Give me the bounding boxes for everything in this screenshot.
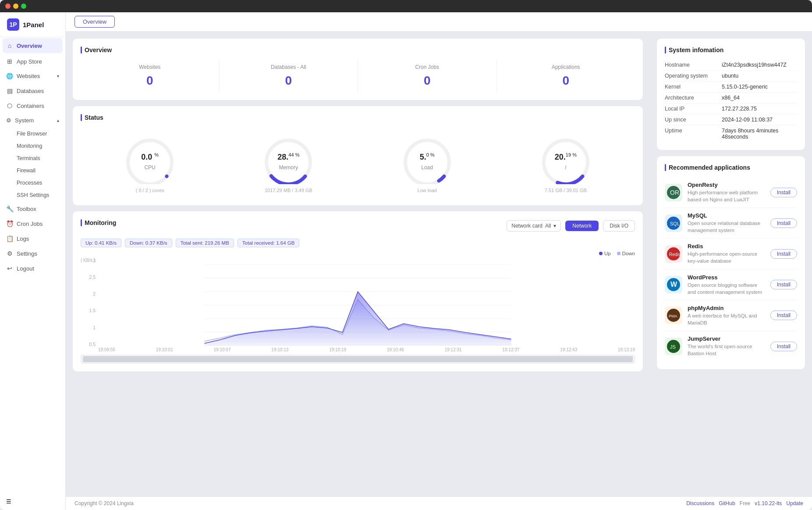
legend-down: Down (617, 251, 635, 256)
settings-icon: ⚙ (6, 250, 13, 257)
sidebar-item-firewall[interactable]: Firewall (12, 164, 65, 177)
sidebar-item-toolbox[interactable]: 🔧 Toolbox (0, 201, 65, 216)
sidebar-item-system[interactable]: ⚙ System ▴ (0, 113, 65, 128)
sidebar-label-filebrowser: File Browser (17, 131, 47, 137)
upsince-label: Up since (665, 117, 722, 123)
sidebar-item-monitoring[interactable]: Monitoring (12, 140, 65, 152)
svg-text:SQL: SQL (670, 221, 680, 226)
footer-link-free: Free (740, 500, 751, 506)
chart-container: ( KB/s ) 3 2.5 2 1.5 1 0.5 0 (81, 258, 635, 364)
sidebar-item-appstore[interactable]: ⊞ App Store (0, 54, 65, 69)
hamburger-menu[interactable]: ☰ (0, 493, 65, 510)
sidebar-item-containers[interactable]: ⬡ Containers (0, 98, 65, 113)
app-redis: Redis Redis High-performance open-source… (665, 239, 797, 269)
redis-icon: Redis (665, 245, 682, 263)
app-jumpserver: JS JumpServer The world's first open-sou… (665, 331, 797, 361)
upsince-value: 2024-12-09 11:08:37 (722, 117, 773, 123)
mysql-info: MySQL Open source relational database ma… (688, 212, 765, 234)
traffic-badges: Up: 0.41 KB/s Down: 0.37 KB/s Total sent… (81, 239, 635, 247)
jumpserver-name: JumpServer (688, 335, 765, 342)
x-label-9: 19:13:19 (618, 347, 635, 352)
logs-icon: 📋 (6, 235, 13, 242)
install-openresty-button[interactable]: Install (770, 188, 797, 197)
stat-databases-value: 0 (224, 74, 354, 88)
footer-link-update[interactable]: Update (786, 500, 803, 506)
sidebar-item-settings[interactable]: ⚙ Settings (0, 246, 65, 261)
chevron-down-icon: ▾ (57, 74, 59, 78)
scroll-handle[interactable] (83, 356, 633, 362)
cronjobs-icon: ⏰ (6, 220, 13, 227)
monitoring-controls: Network card All ▾ Network Disk I/O (507, 220, 635, 232)
mysql-name: MySQL (688, 212, 765, 219)
footer-link-github[interactable]: GitHub (719, 500, 735, 506)
info-upsince: Up since 2024-12-09 11:08:37 (665, 114, 797, 125)
close-button[interactable] (5, 4, 11, 9)
logout-icon: ↩ (6, 265, 13, 272)
jumpserver-icon: JS (665, 338, 682, 355)
sidebar-label-system: System (15, 117, 34, 124)
svg-text:Redis: Redis (669, 252, 681, 257)
x-label-3: 19:10:13 (271, 347, 288, 352)
kernel-label: Kernel (665, 84, 722, 90)
x-label-5: 19:10:46 (387, 347, 404, 352)
openresty-info: OpenResty High performance web platform … (688, 182, 765, 203)
wordpress-desc: Open source blogging software and conten… (688, 282, 765, 296)
overview-card: Overview Websites 0 Databases - All 0 (73, 39, 643, 100)
footer-link-version[interactable]: v1.10.22-lts (755, 500, 782, 506)
sidebar-item-overview[interactable]: ⌂ Overview (3, 38, 63, 53)
minimize-button[interactable] (13, 4, 18, 9)
sidebar-item-processes[interactable]: Processes (12, 177, 65, 189)
overview-tab[interactable]: Overview (74, 16, 115, 28)
memory-label: Memory (277, 164, 299, 171)
toolbox-icon: 🔧 (6, 205, 13, 212)
sidebar-label-appstore: App Store (17, 58, 42, 65)
info-hostname: Hostname iZt4n23psdkssj19hsw447Z (665, 60, 797, 71)
monitoring-header: Monitoring Network card All ▾ Network Di… (81, 219, 635, 232)
hamburger-icon: ☰ (6, 498, 11, 505)
network-card-select[interactable]: Network card All ▾ (507, 220, 561, 232)
sidebar-item-ssh-settings[interactable]: SSH Settings (12, 189, 65, 201)
install-redis-button[interactable]: Install (770, 249, 797, 259)
info-localip: Local IP 172.27.228.75 (665, 103, 797, 114)
sidebar-item-terminals[interactable]: Terminals (12, 152, 65, 164)
maximize-button[interactable] (21, 4, 26, 9)
sidebar-item-logout[interactable]: ↩ Logout (0, 261, 65, 276)
badge-sent: Total sent: 219.26 MB (176, 239, 234, 247)
monitoring-card: Monitoring Network card All ▾ Network Di… (73, 211, 643, 371)
install-phpmyadmin-button[interactable]: Install (770, 310, 797, 320)
disk-io-button[interactable]: Disk I/O (603, 220, 635, 232)
info-uptime: Uptime 7days 8hours 4minutes 48seconds (665, 125, 797, 142)
gauge-cpu-text: 0.0 % CPU (141, 152, 159, 171)
y-label-3: 3 (81, 258, 96, 263)
sidebar-label-processes: Processes (17, 180, 42, 186)
sidebar-logo: 1P 1Panel (0, 12, 65, 37)
sidebar-item-websites[interactable]: 🌐 Websites ▾ (0, 69, 65, 83)
stat-websites-label: Websites (85, 64, 215, 70)
y-label-2: 2 (81, 291, 96, 296)
sidebar-item-logs[interactable]: 📋 Logs (0, 231, 65, 246)
sidebar-item-cronjobs[interactable]: ⏰ Cron Jobs (0, 216, 65, 231)
badge-received: Total received: 1.64 GB (238, 239, 300, 247)
main-content: Overview Websites 0 Databases - All 0 (66, 32, 650, 496)
install-mysql-button[interactable]: Install (770, 218, 797, 228)
network-button[interactable]: Network (565, 221, 599, 231)
sidebar-item-databases[interactable]: ▤ Databases (0, 83, 65, 98)
disk-value: 20.19 % (555, 152, 577, 162)
sidebar-label-settings: Settings (17, 250, 37, 257)
sidebar-label-cronjobs: Cron Jobs (17, 221, 43, 227)
status-card: Status 0.0 % CPU (73, 106, 643, 205)
arch-value: x86_64 (722, 95, 740, 101)
sidebar-label-databases: Databases (17, 88, 44, 94)
footer-link-discussions[interactable]: Discussions (686, 500, 714, 506)
hostname-label: Hostname (665, 62, 722, 68)
stat-cronjobs-label: Cron Jobs (362, 64, 492, 70)
chart-scrollbar[interactable] (81, 355, 635, 364)
recommended-apps-card: Recommended applications OR OpenResty Hi… (657, 156, 805, 369)
stat-websites: Websites 0 (81, 60, 219, 92)
chart-with-axis: 3 2.5 2 1.5 1 0.5 0 (81, 264, 635, 346)
install-jumpserver-button[interactable]: Install (770, 342, 797, 351)
logo-icon: 1P (7, 18, 19, 31)
sidebar-item-filebrowser[interactable]: File Browser (12, 128, 65, 140)
chevron-up-icon: ▴ (57, 118, 59, 123)
install-wordpress-button[interactable]: Install (770, 280, 797, 289)
